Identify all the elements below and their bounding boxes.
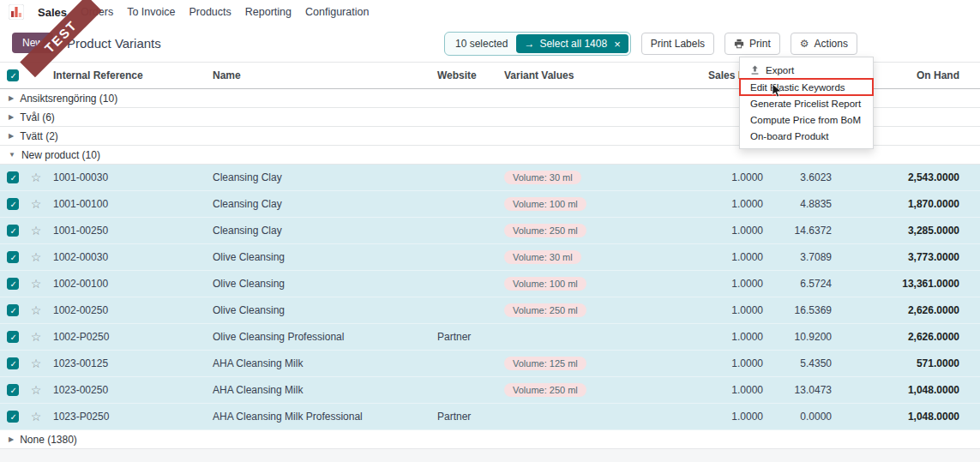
favorite-star-icon[interactable]: ☆ [31,357,42,370]
nav-app-name[interactable]: Sales [38,6,67,19]
cell-website [430,297,497,323]
col-website[interactable]: Website [430,63,497,88]
menu-item-edit-elastic-keywords[interactable]: Edit Elastic Keywords [740,79,873,95]
col-variant-values[interactable]: Variant Values [497,63,701,88]
cell-sales-price: 1.0000 [701,271,770,297]
cell-internal-reference: 1023-00125 [46,351,206,376]
cell-on-hand: 3,285.0000 [839,218,980,243]
cell-internal-reference: 1002-00100 [46,271,206,297]
row-checkbox[interactable] [7,411,19,423]
header-checkbox-cell [0,63,26,88]
select-all-checkbox[interactable] [7,69,19,81]
select-all-label: Select all 1408 [539,38,607,50]
caret-right-icon: ▶ [9,94,14,102]
favorite-star-icon[interactable]: ☆ [31,171,42,184]
cell-website: Partner [430,404,497,429]
table-row[interactable]: ☆1001-00100Cleansing ClayVolume: 100 ml1… [0,191,980,218]
cell-on-hand: 13,361.0000 [839,271,980,297]
row-checkbox-cell [0,191,26,217]
row-checkbox[interactable] [7,357,19,369]
print-labels-button[interactable]: Print Labels [641,33,714,55]
caret-right-icon: ▶ [9,113,14,121]
cell-cost: 13.0473 [770,377,839,403]
table-row[interactable]: ☆1001-00250Cleansing ClayVolume: 250 ml1… [0,218,980,244]
group-label: None (1380) [20,434,77,446]
row-checkbox[interactable] [7,225,19,237]
row-star-cell: ☆ [26,351,46,376]
favorite-star-icon[interactable]: ☆ [31,224,42,237]
nav-item-reporting[interactable]: Reporting [245,6,292,18]
cell-variant-values [497,324,701,350]
cell-on-hand: 1,048.0000 [839,377,980,403]
favorite-star-icon[interactable]: ☆ [31,250,42,264]
favorite-star-icon[interactable]: ☆ [31,330,42,344]
cell-on-hand: 571.0000 [839,351,980,376]
nav-item-configuration[interactable]: Configuration [305,6,369,18]
variant-value-tag: Volume: 250 ml [504,383,586,397]
row-checkbox[interactable] [7,304,19,316]
breadcrumb[interactable]: Product Variants [67,36,161,51]
col-name[interactable]: Name [206,63,430,88]
table-row[interactable]: ☆1002-00100Olive CleansingVolume: 100 ml… [0,271,980,297]
favorite-star-icon[interactable]: ☆ [31,277,42,291]
menu-item-export[interactable]: Export [740,62,873,79]
menu-item-label: On-board Produkt [750,131,828,141]
table-row[interactable]: ☆1002-00250Olive CleansingVolume: 250 ml… [0,297,980,324]
cell-sales-price: 1.0000 [701,191,770,217]
row-star-cell: ☆ [26,297,46,323]
cell-variant-values: Volume: 30 ml [497,165,701,190]
clear-selection-icon[interactable]: × [614,39,621,50]
table-row[interactable]: ☆1023-00125AHA Cleansing MilkVolume: 125… [0,351,980,377]
row-checkbox[interactable] [7,278,19,290]
table-row[interactable]: ☆1002-00030Olive CleansingVolume: 30 ml1… [0,244,980,271]
favorite-star-icon[interactable]: ☆ [31,383,42,397]
row-checkbox-cell [0,271,26,297]
bottom-strip [0,449,980,462]
cell-sales-price: 1.0000 [701,297,770,323]
cell-name: AHA Cleansing Milk Professional [206,404,430,429]
cell-cost: 6.5724 [770,271,839,297]
actions-label: Actions [815,38,848,50]
nav-item-to-invoice[interactable]: To Invoice [127,6,175,18]
row-checkbox-cell [0,377,26,403]
actions-button[interactable]: ⚙ Actions [791,33,857,55]
row-checkbox[interactable] [7,171,19,183]
cell-cost: 5.4350 [770,351,839,376]
nav-item-products[interactable]: Products [189,6,231,18]
print-button[interactable]: Print [724,33,780,55]
cell-website [430,244,497,270]
row-checkbox[interactable] [7,331,19,343]
row-star-cell: ☆ [26,271,46,297]
table-row[interactable]: ☆1001-00030Cleansing ClayVolume: 30 ml1.… [0,165,980,191]
select-all-button[interactable]: → Select all 1408 × [516,34,628,53]
row-star-cell: ☆ [26,191,46,217]
caret-down-icon: ▼ [9,151,15,159]
cell-cost: 4.8835 [770,191,839,217]
cell-internal-reference: 1001-00250 [46,218,206,243]
menu-item-compute-price-from-bom[interactable]: Compute Price from BoM [740,111,873,128]
cell-variant-values: Volume: 100 ml [497,271,701,297]
cell-name: AHA Cleansing Milk [206,351,430,376]
menu-item-generate-pricelist-report[interactable]: Generate Pricelist Report [740,95,873,111]
menu-item-onboard-produkt[interactable]: On-board Produkt [740,128,873,144]
favorite-star-icon[interactable]: ☆ [31,197,42,211]
cell-website [430,218,497,243]
table-row[interactable]: ☆1023-00250AHA Cleansing MilkVolume: 250… [0,377,980,404]
group-row[interactable]: ▶None (1380) [0,430,980,449]
table-row[interactable]: ☆1002-P0250Olive Cleansing ProfessionalP… [0,324,980,351]
cell-internal-reference: 1023-P0250 [46,404,206,429]
favorite-star-icon[interactable]: ☆ [31,303,42,317]
row-checkbox[interactable] [7,384,19,396]
cell-name: Olive Cleansing Professional [206,324,430,350]
row-checkbox[interactable] [7,198,19,210]
cell-internal-reference: 1001-00100 [46,191,206,217]
cell-internal-reference: 1001-00030 [46,165,206,190]
cell-name: AHA Cleansing Milk [206,377,430,403]
cell-website: Partner [430,324,497,350]
group-label: Tvål (6) [20,111,55,123]
cell-name: Olive Cleansing [206,244,430,270]
row-checkbox[interactable] [7,251,19,263]
favorite-star-icon[interactable]: ☆ [31,410,42,423]
table-row[interactable]: ☆1023-P0250AHA Cleansing Milk Profession… [0,404,980,430]
col-internal-reference[interactable]: Internal Reference [46,63,206,88]
